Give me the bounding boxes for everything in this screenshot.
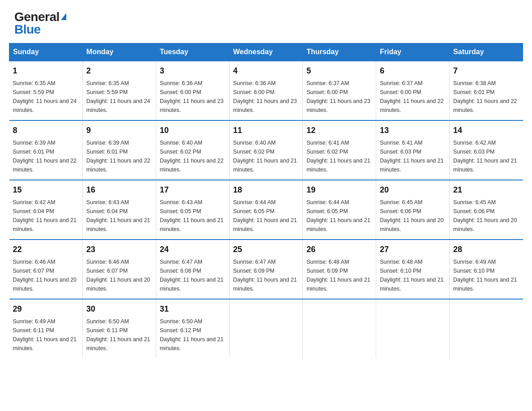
day-cell: 22 Sunrise: 6:46 AMSunset: 6:07 PMDaylig… bbox=[9, 240, 83, 299]
week-row-1: 1 Sunrise: 6:35 AMSunset: 5:59 PMDayligh… bbox=[9, 61, 523, 120]
day-cell: 13 Sunrise: 6:41 AMSunset: 6:03 PMDaylig… bbox=[376, 120, 450, 180]
day-number: 6 bbox=[380, 65, 446, 77]
calendar-table: SundayMondayTuesdayWednesdayThursdayFrid… bbox=[9, 43, 523, 358]
day-cell: 23 Sunrise: 6:46 AMSunset: 6:07 PMDaylig… bbox=[82, 240, 156, 299]
day-info: Sunrise: 6:46 AMSunset: 6:07 PMDaylight:… bbox=[13, 259, 77, 292]
day-number: 23 bbox=[86, 244, 152, 256]
week-row-4: 22 Sunrise: 6:46 AMSunset: 6:07 PMDaylig… bbox=[9, 240, 523, 299]
day-info: Sunrise: 6:48 AMSunset: 6:09 PMDaylight:… bbox=[306, 259, 370, 292]
day-info: Sunrise: 6:43 AMSunset: 6:05 PMDaylight:… bbox=[160, 199, 223, 232]
day-number: 27 bbox=[380, 244, 446, 256]
week-row-3: 15 Sunrise: 6:42 AMSunset: 6:04 PMDaylig… bbox=[9, 180, 523, 240]
day-info: Sunrise: 6:39 AMSunset: 6:01 PMDaylight:… bbox=[13, 140, 77, 173]
day-cell: 21 Sunrise: 6:45 AMSunset: 6:06 PMDaylig… bbox=[450, 180, 523, 240]
day-cell: 27 Sunrise: 6:48 AMSunset: 6:10 PMDaylig… bbox=[376, 240, 450, 299]
day-cell: 11 Sunrise: 6:40 AMSunset: 6:02 PMDaylig… bbox=[229, 120, 303, 180]
page-header: General Blue bbox=[0, 0, 532, 43]
day-info: Sunrise: 6:41 AMSunset: 6:03 PMDaylight:… bbox=[380, 140, 443, 173]
day-info: Sunrise: 6:47 AMSunset: 6:09 PMDaylight:… bbox=[233, 259, 297, 292]
col-header-friday: Friday bbox=[376, 43, 450, 61]
day-number: 24 bbox=[160, 244, 226, 256]
day-info: Sunrise: 6:43 AMSunset: 6:04 PMDaylight:… bbox=[86, 199, 150, 232]
day-cell bbox=[450, 299, 523, 358]
day-cell: 18 Sunrise: 6:44 AMSunset: 6:05 PMDaylig… bbox=[229, 180, 303, 240]
day-cell: 19 Sunrise: 6:44 AMSunset: 6:05 PMDaylig… bbox=[303, 180, 376, 240]
day-info: Sunrise: 6:49 AMSunset: 6:11 PMDaylight:… bbox=[13, 318, 77, 351]
day-info: Sunrise: 6:48 AMSunset: 6:10 PMDaylight:… bbox=[380, 259, 443, 292]
day-number: 16 bbox=[86, 184, 152, 196]
calendar-wrap: SundayMondayTuesdayWednesdayThursdayFrid… bbox=[0, 43, 532, 367]
week-row-5: 29 Sunrise: 6:49 AMSunset: 6:11 PMDaylig… bbox=[9, 299, 523, 358]
logo-blue-text: Blue bbox=[14, 23, 41, 36]
day-info: Sunrise: 6:45 AMSunset: 6:06 PMDaylight:… bbox=[380, 199, 443, 232]
day-info: Sunrise: 6:40 AMSunset: 6:02 PMDaylight:… bbox=[160, 140, 223, 173]
day-number: 31 bbox=[160, 303, 226, 315]
day-number: 14 bbox=[453, 124, 519, 137]
day-number: 19 bbox=[306, 184, 372, 196]
day-number: 20 bbox=[380, 184, 446, 196]
day-number: 10 bbox=[160, 124, 226, 137]
day-cell bbox=[229, 299, 303, 358]
day-number: 29 bbox=[13, 303, 79, 315]
calendar-header-row: SundayMondayTuesdayWednesdayThursdayFrid… bbox=[9, 43, 523, 61]
day-number: 5 bbox=[306, 65, 372, 77]
day-cell: 7 Sunrise: 6:38 AMSunset: 6:01 PMDayligh… bbox=[450, 61, 523, 120]
day-cell: 31 Sunrise: 6:50 AMSunset: 6:12 PMDaylig… bbox=[156, 299, 229, 358]
day-info: Sunrise: 6:35 AMSunset: 5:59 PMDaylight:… bbox=[86, 80, 150, 113]
day-cell: 28 Sunrise: 6:49 AMSunset: 6:10 PMDaylig… bbox=[450, 240, 523, 299]
week-row-2: 8 Sunrise: 6:39 AMSunset: 6:01 PMDayligh… bbox=[9, 120, 523, 180]
col-header-monday: Monday bbox=[82, 43, 156, 61]
day-number: 18 bbox=[233, 184, 299, 196]
day-cell: 8 Sunrise: 6:39 AMSunset: 6:01 PMDayligh… bbox=[9, 120, 83, 180]
day-number: 26 bbox=[306, 244, 372, 256]
logo-triangle-icon bbox=[61, 13, 66, 20]
day-info: Sunrise: 6:42 AMSunset: 6:04 PMDaylight:… bbox=[13, 199, 77, 232]
day-info: Sunrise: 6:38 AMSunset: 6:01 PMDaylight:… bbox=[453, 80, 517, 113]
col-header-wednesday: Wednesday bbox=[229, 43, 303, 61]
day-info: Sunrise: 6:39 AMSunset: 6:01 PMDaylight:… bbox=[86, 140, 150, 173]
day-cell: 12 Sunrise: 6:41 AMSunset: 6:02 PMDaylig… bbox=[303, 120, 376, 180]
day-number: 21 bbox=[453, 184, 519, 196]
logo-general-text: General bbox=[14, 11, 60, 23]
day-number: 7 bbox=[453, 65, 519, 77]
day-cell: 6 Sunrise: 6:37 AMSunset: 6:00 PMDayligh… bbox=[376, 61, 450, 120]
day-info: Sunrise: 6:42 AMSunset: 6:03 PMDaylight:… bbox=[453, 140, 517, 173]
col-header-tuesday: Tuesday bbox=[156, 43, 229, 61]
day-cell: 25 Sunrise: 6:47 AMSunset: 6:09 PMDaylig… bbox=[229, 240, 303, 299]
day-cell: 14 Sunrise: 6:42 AMSunset: 6:03 PMDaylig… bbox=[450, 120, 523, 180]
day-cell: 15 Sunrise: 6:42 AMSunset: 6:04 PMDaylig… bbox=[9, 180, 83, 240]
day-info: Sunrise: 6:45 AMSunset: 6:06 PMDaylight:… bbox=[453, 199, 517, 232]
day-cell: 29 Sunrise: 6:49 AMSunset: 6:11 PMDaylig… bbox=[9, 299, 83, 358]
day-cell bbox=[376, 299, 450, 358]
day-number: 11 bbox=[233, 124, 299, 137]
day-cell: 10 Sunrise: 6:40 AMSunset: 6:02 PMDaylig… bbox=[156, 120, 229, 180]
day-info: Sunrise: 6:41 AMSunset: 6:02 PMDaylight:… bbox=[306, 140, 370, 173]
day-number: 2 bbox=[86, 65, 152, 77]
day-cell: 9 Sunrise: 6:39 AMSunset: 6:01 PMDayligh… bbox=[82, 120, 156, 180]
day-info: Sunrise: 6:37 AMSunset: 6:00 PMDaylight:… bbox=[306, 80, 370, 113]
day-info: Sunrise: 6:36 AMSunset: 6:00 PMDaylight:… bbox=[233, 80, 297, 113]
logo: General Blue bbox=[14, 11, 66, 36]
day-number: 17 bbox=[160, 184, 226, 196]
day-info: Sunrise: 6:35 AMSunset: 5:59 PMDaylight:… bbox=[13, 80, 77, 113]
day-number: 12 bbox=[306, 124, 372, 137]
day-number: 30 bbox=[86, 303, 152, 315]
day-number: 13 bbox=[380, 124, 446, 137]
day-cell: 4 Sunrise: 6:36 AMSunset: 6:00 PMDayligh… bbox=[229, 61, 303, 120]
day-number: 9 bbox=[86, 124, 152, 137]
day-cell: 2 Sunrise: 6:35 AMSunset: 5:59 PMDayligh… bbox=[82, 61, 156, 120]
day-number: 3 bbox=[160, 65, 226, 77]
day-info: Sunrise: 6:47 AMSunset: 6:08 PMDaylight:… bbox=[160, 259, 223, 292]
day-info: Sunrise: 6:36 AMSunset: 6:00 PMDaylight:… bbox=[160, 80, 223, 113]
day-number: 28 bbox=[453, 244, 519, 256]
day-cell: 5 Sunrise: 6:37 AMSunset: 6:00 PMDayligh… bbox=[303, 61, 376, 120]
day-cell: 1 Sunrise: 6:35 AMSunset: 5:59 PMDayligh… bbox=[9, 61, 83, 120]
day-number: 8 bbox=[13, 124, 79, 137]
day-number: 4 bbox=[233, 65, 299, 77]
day-cell: 16 Sunrise: 6:43 AMSunset: 6:04 PMDaylig… bbox=[82, 180, 156, 240]
day-info: Sunrise: 6:44 AMSunset: 6:05 PMDaylight:… bbox=[306, 199, 370, 232]
day-info: Sunrise: 6:40 AMSunset: 6:02 PMDaylight:… bbox=[233, 140, 297, 173]
day-cell: 17 Sunrise: 6:43 AMSunset: 6:05 PMDaylig… bbox=[156, 180, 229, 240]
day-info: Sunrise: 6:46 AMSunset: 6:07 PMDaylight:… bbox=[86, 259, 150, 292]
day-number: 1 bbox=[13, 65, 79, 77]
